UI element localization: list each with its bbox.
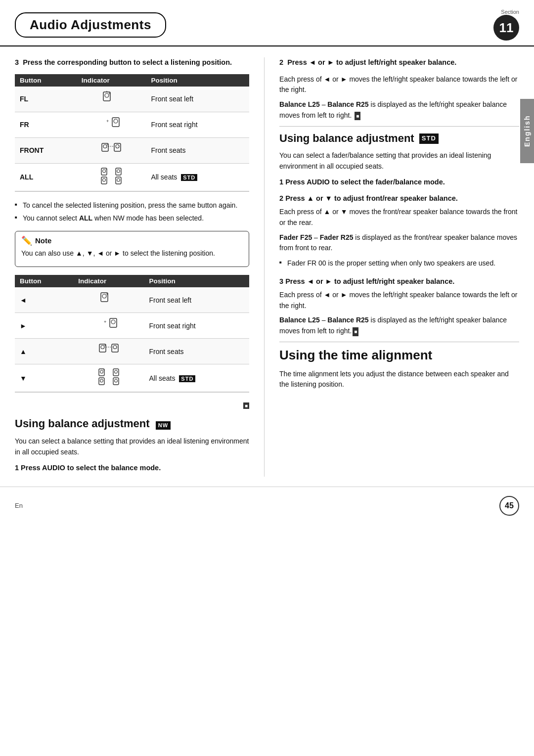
table-row: ALL + [15,163,249,191]
balance-std-step3: 3 Press ◄ or ► to adjust left/right spea… [279,276,519,287]
svg-point-42 [114,379,117,382]
svg-rect-41 [113,378,119,385]
note-text: You can also use ▲, ▼, ◄ or ► to select … [21,248,243,259]
balance-std-step2: 2 Press ▲ or ▼ to adjust front/rear spea… [279,193,519,204]
btn-fr: FR [15,112,77,137]
svg-rect-39 [99,378,104,385]
speaker-icon-down-arrow: + [98,368,119,386]
speaker-icon-up-arrow: + [99,342,119,358]
end-mark-1: ■ [355,112,360,121]
balance-std-para: You can select a fader/balance setting t… [279,150,519,172]
bullet-item: You cannot select ALL when NW mode has b… [15,213,249,223]
balance-nw-para: You can select a balance setting that pr… [15,436,249,457]
end-mark-2: ■ [353,327,358,336]
svg-text:+: + [106,119,109,124]
svg-point-11 [116,144,119,148]
col-position: Position [146,74,249,87]
speaker-icon-fl: + [102,90,120,106]
bullet-list-1: To cancel the selected listening positio… [15,200,249,224]
footer-language: En [15,502,23,509]
indicator-fr: + [77,112,146,137]
table-row: FL + Front seat left [15,87,249,112]
right-press2-heading: 2 Press ◄ or ► to adjust left/right spea… [279,57,519,68]
indicator-fl: + [77,87,146,112]
page-title: Audio Adjustments [15,12,166,38]
bullet-item: Fader FR 00 is the proper setting when o… [279,258,519,268]
svg-text:+: + [108,91,111,96]
table-row: ▼ + [15,364,249,393]
balance-nw-heading: Using balance adjustment NW [15,417,249,431]
svg-point-5 [114,119,118,123]
svg-point-26 [111,320,115,324]
section-time-alignment: Using the time alignment The time alignm… [279,347,519,390]
table-row: ▲ + Front seats [15,339,249,364]
right-press2-balance: Balance L25 – Balance R25 is displayed a… [279,99,519,121]
page-header: Audio Adjustments Section 11 [0,0,534,46]
balance-std-step3-balance: Balance L25 – Balance R25 is displayed a… [279,315,519,336]
position-table-2: Button Indicator Position ◄ + [15,275,249,393]
note-box: ✏️ Note You can also use ▲, ▼, ◄ or ► to… [15,231,249,267]
table-row: ► + Front seat right [15,313,249,339]
indicator-front: + [77,137,146,163]
end-mark-table: ■ [243,402,249,409]
language-label: English [520,99,534,163]
instruction-3: 3 Press the corresponding button to sele… [15,57,249,68]
table-row: FR + Front seat right [15,112,249,137]
left-column: 3 Press the corresponding button to sele… [15,57,265,477]
section-badge: Section 11 [493,9,519,41]
col-indicator-2: Indicator [73,275,144,287]
position-front: Front seats [146,137,249,163]
position-down-arrow: All seats STD [144,364,250,393]
balance-std-step2-fader: Fader F25 – Fader R25 is displayed as th… [279,232,519,254]
section-balance-std: Using balance adjustment STD You can sel… [279,132,519,337]
position-table-1: Button Indicator Position FL [15,74,249,192]
note-title: ✏️ Note [21,235,243,246]
btn-front: FRONT [15,137,77,163]
time-alignment-para: The time alignment lets you adjust the d… [279,369,519,390]
svg-point-40 [100,379,103,382]
svg-rect-16 [116,168,121,175]
table-row: ◄ + Front seat left [15,287,249,313]
svg-point-38 [114,370,117,373]
section-number: 11 [493,15,519,41]
balance-std-step2-para: Each press of ▲ or ▼ moves the front/rea… [279,207,519,228]
position-fr: Front seat right [146,112,249,137]
position-up-arrow: Front seats [144,339,250,364]
svg-point-21 [117,178,120,181]
svg-text:+: + [105,168,107,171]
btn-right: ► [15,313,73,339]
col-position-2: Position [144,275,250,287]
position-left-arrow: Front seat left [144,287,250,313]
balance-std-heading: Using balance adjustment STD [279,132,519,146]
col-indicator: Indicator [77,74,146,87]
svg-point-32 [113,346,117,349]
indicator-down: + [73,364,144,393]
svg-text:+: + [103,368,105,372]
svg-rect-18 [101,177,107,184]
col-button-2: Button [15,275,73,287]
std-badge-heading: STD [419,133,439,144]
std-badge-2: STD [179,375,195,382]
divider-2 [279,342,519,342]
indicator-left: + [73,287,144,313]
bullet-item: To cancel the selected listening positio… [15,200,249,211]
divider-1 [279,126,519,127]
right-column: 2 Press ◄ or ► to adjust left/right spea… [265,57,519,477]
col-button: Button [15,74,77,87]
speaker-icon-fr: + [102,116,120,132]
svg-point-19 [103,178,106,181]
std-badge-1: STD [181,174,197,181]
svg-text:+: + [106,292,108,297]
balance-std-step3-para: Each press of ◄ or ► moves the left/righ… [279,290,519,311]
indicator-up: + [73,339,144,364]
btn-all: ALL [15,163,77,191]
nw-badge: NW [156,421,171,429]
speaker-icon-right-arrow: + [100,316,118,332]
svg-text:+: + [104,319,106,324]
page-footer: En 45 [0,487,534,525]
speaker-icon-front: + [101,141,121,157]
page: Audio Adjustments Section 11 English 3 P… [0,0,534,756]
position-all: All seats STD [146,163,249,191]
section-balance-nw: Using balance adjustment NW You can sele… [15,417,249,473]
speaker-icon-left-arrow: + [100,291,118,307]
